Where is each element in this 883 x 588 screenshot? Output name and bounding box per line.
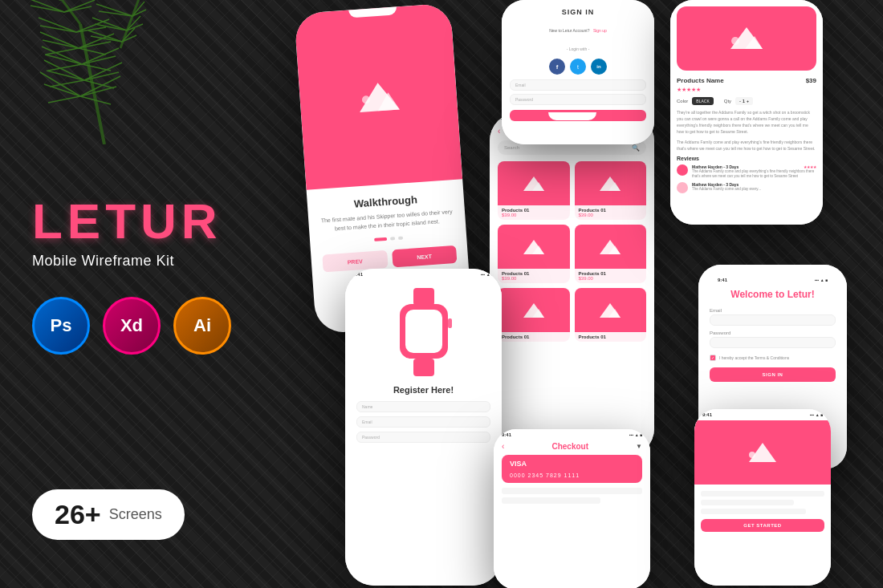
phone-bottom-right: 9:41 ▪▪▪ ▲ ■ GET STARTED	[694, 409, 831, 586]
brand-subtitle: Mobile Wireframe Kit	[32, 253, 222, 270]
reviewer-avatar-1	[677, 164, 688, 176]
product-card-2[interactable]: Products 01 $39.00	[575, 161, 647, 220]
mountain-icon-walkthrough	[353, 77, 404, 116]
shop-search[interactable]: Search	[504, 145, 632, 150]
product-card-5[interactable]: Products 01	[498, 288, 570, 342]
twitter-btn[interactable]: t	[570, 59, 586, 75]
phone-product-detail: Products Name $39 ★★★★★ Color BLACK Qty …	[670, 0, 823, 225]
svg-point-71	[731, 37, 739, 45]
welcome-title: Welcome to Letur!	[710, 289, 836, 300]
svg-rect-68	[448, 318, 452, 328]
reviewer-avatar-2	[677, 182, 688, 193]
brand-title: LETUR Mobile Wireframe Kit	[32, 193, 222, 270]
svg-point-73	[749, 452, 755, 458]
product-card-4[interactable]: Products 01 $39.00	[575, 225, 647, 283]
svg-rect-67	[413, 359, 434, 376]
terms-row: ✓ I hereby accept the Terms & Conditions	[710, 355, 836, 361]
phone-register: 9:41 ▪▪▪ ▲ ■ Register Here! Name	[345, 269, 502, 586]
left-panel: LETUR Mobile Wireframe Kit Ps Xd Ai 26+ …	[0, 0, 305, 588]
phone-shop: 9:41 ▪▪▪ ▲ ■ ‹ Shop ▼ Search 🔍 Products …	[490, 112, 654, 457]
email-field-label: Email	[710, 308, 836, 313]
product-price: $39	[806, 77, 816, 84]
qty-stepper[interactable]: - 1 +	[735, 97, 753, 105]
color-value[interactable]: BLACK	[692, 97, 713, 105]
facebook-btn[interactable]: f	[549, 59, 565, 75]
welcome-email-input[interactable]	[710, 314, 836, 326]
email-signin-input[interactable]: Email	[510, 79, 646, 91]
signin-title: SIGN IN	[510, 8, 646, 16]
visa-label: VISA	[510, 460, 634, 468]
welcome-signin-button[interactable]: SIGN IN	[710, 367, 836, 382]
welcome-password-input[interactable]	[710, 337, 836, 348]
tool-badges: Ps Xd Ai	[32, 297, 231, 355]
terms-checkbox[interactable]: ✓	[710, 355, 716, 361]
checkout-title: Checkout	[551, 442, 588, 451]
ps-badge[interactable]: Ps	[32, 297, 90, 355]
name-input[interactable]: Name	[356, 401, 490, 412]
mountain-icon-bottom	[747, 440, 779, 464]
product-card-1[interactable]: Products 01 $39.00	[498, 161, 570, 220]
password-input[interactable]: Password	[356, 432, 490, 443]
ai-badge[interactable]: Ai	[173, 297, 231, 355]
smartwatch-icon	[388, 288, 460, 376]
product-card-6[interactable]: Products 01	[575, 288, 647, 342]
phone-signin-top: SIGN IN New to Letur Account? Sign up - …	[502, 0, 654, 144]
bottom-right-button[interactable]: GET STARTED	[701, 519, 824, 532]
email-input[interactable]: Email	[356, 416, 490, 428]
password-field-label: Password	[710, 330, 836, 335]
card-number: 0000 2345 7829 1111	[510, 472, 634, 478]
next-button[interactable]: NEXT	[392, 245, 458, 268]
svg-rect-64	[413, 288, 434, 306]
linkedin-btn[interactable]: in	[591, 59, 607, 75]
signup-link[interactable]: Sign up	[593, 28, 607, 33]
password-signin-input[interactable]: Password	[510, 94, 646, 105]
screens-count-badge: 26+ Screens	[32, 489, 185, 540]
product-name: Products Name	[677, 77, 724, 84]
phone-checkout: 9:41 ▪▪▪ ▲ ■ ‹ Checkout ▼ VISA 0000 2345…	[494, 429, 650, 588]
product-card-3[interactable]: Products 01 $39.00	[498, 225, 570, 283]
screens-label: Screens	[109, 506, 162, 523]
screens-number: 26+	[55, 499, 101, 530]
register-title: Register Here!	[356, 385, 490, 395]
walkthrough-desc: The first mate and his Skipper too wille…	[319, 208, 454, 234]
xd-badge[interactable]: Xd	[103, 297, 161, 355]
svg-rect-66	[405, 310, 442, 353]
